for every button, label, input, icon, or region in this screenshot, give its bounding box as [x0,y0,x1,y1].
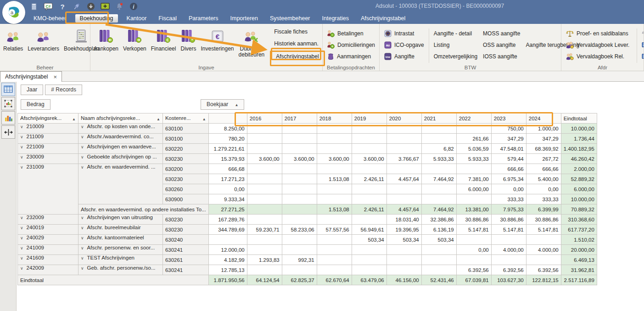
row-total-cell[interactable]: 617.737,20 [561,225,597,235]
row-total-cell[interactable]: 6.000,00 [561,184,597,194]
year-value-cell-2022[interactable] [456,194,491,204]
year-column-header-2018[interactable]: 2018 [317,113,352,124]
year-value-cell-2020[interactable] [386,144,421,154]
year-value-cell-2024[interactable]: 122.812,15 [526,275,561,285]
row-total-cell[interactable]: 1.510,02 [561,235,597,245]
year-value-cell-2017[interactable] [282,144,317,154]
ribbon-tab-integraties[interactable]: Integraties [316,14,355,23]
row-total-cell[interactable]: 1.400.182,95 [561,144,597,154]
year-value-cell-2019[interactable]: 2.426,11 [352,174,386,184]
year-value-cell-2019[interactable]: 3.600,00 [352,154,386,164]
collapse-chevron-icon[interactable]: ∨ [81,246,84,250]
year-value-cell-2021[interactable]: 503,34 [421,235,456,245]
value-cell[interactable]: 1.871.950,56 [208,275,247,285]
year-value-cell-2022[interactable] [456,255,491,265]
ribbon-tab-fiscaal[interactable]: Fiscaal [152,14,183,23]
collapse-chevron-icon[interactable]: ∨ [81,266,84,271]
value-cell[interactable]: 9.333,34 [208,194,247,204]
selection-mode-icon[interactable] [1,97,15,110]
ribbon-item-moss-aangifte[interactable]: MOSS aangifte [483,28,520,38]
year-value-cell-2023[interactable]: 333,33 [491,194,526,204]
cost-account-cell[interactable]: 630241 [162,265,208,275]
ribbon-item-aangifte[interactable]: btwAangifte [384,51,424,61]
year-value-cell-2021[interactable] [421,255,456,265]
ribbon-button-dubieuze-debiteuren[interactable]: Dubieuze debiteuren [236,26,267,62]
year-value-cell-2024[interactable] [526,235,561,245]
account-code-cell[interactable]: ∨211009 [18,134,78,144]
year-value-cell-2023[interactable]: 347,29 [491,134,526,144]
year-value-cell-2018[interactable] [317,245,352,255]
row-total-cell[interactable]: 46.260,42 [561,154,597,164]
close-icon[interactable]: × [53,74,57,80]
cost-account-cell[interactable]: 630230 [162,154,208,164]
row-total-cell[interactable]: 70.889,32 [561,204,597,215]
value-cell[interactable]: 666,68 [208,164,247,174]
year-value-cell-2020[interactable]: 4.457,64 [386,204,421,215]
year-value-cell-2024[interactable]: 5.400,00 [526,174,561,184]
year-value-cell-2022[interactable]: 67.039,81 [456,275,491,285]
value-cell[interactable]: 344.789,69 [208,225,247,235]
year-column-header-2019[interactable]: 2019 [352,113,386,124]
year-value-cell-2021[interactable]: 7.464,92 [421,174,456,184]
year-value-cell-2020[interactable] [386,245,421,255]
account-code-cell[interactable]: ∨242009 [18,265,78,275]
year-value-cell-2018[interactable] [317,164,352,174]
ribbon-item-ico-opgave[interactable]: auICO-opgave [384,40,424,50]
account-name-cell[interactable]: ∨Geb. afschr. personenw./so... [78,265,163,275]
collapse-chevron-icon[interactable]: ∨ [20,145,23,149]
ribbon-tab-boekhouding[interactable]: Boekhouding [75,14,118,23]
row-total-cell[interactable]: 6.469,13 [561,255,597,265]
collapse-chevron-icon[interactable]: ∨ [20,135,23,139]
collapse-chevron-icon[interactable]: ∨ [20,124,23,129]
value-cell[interactable]: 4.182,99 [208,255,247,265]
year-value-cell-2024[interactable]: 0,00 [526,184,561,194]
year-value-cell-2019[interactable] [352,144,386,154]
ribbon-tab-afschrijvingstabel[interactable]: Afschrijvingstabel [355,14,411,23]
ribbon-button-verkopen[interactable]: Verkopen [121,26,149,62]
info-icon[interactable]: i [129,2,138,11]
account-name-cell[interactable]: ∨Afschrijvingen van uitrusting [78,215,163,225]
pivot-grid-view-icon[interactable] [1,83,15,96]
year-value-cell-2021[interactable] [421,184,456,194]
year-value-cell-2019[interactable] [352,215,386,225]
year-value-cell-2019[interactable] [352,194,386,204]
account-code-cell[interactable]: ∨241609 [18,255,78,265]
cost-account-cell[interactable]: 630100 [162,124,208,134]
year-value-cell-2023[interactable] [491,255,526,265]
collapse-chevron-icon[interactable]: ∨ [20,246,23,250]
row-total-cell[interactable]: 2.517.116,89 [561,275,597,285]
account-name-cell[interactable]: ∨Afschr./waardevermind. co... [78,134,163,144]
year-value-cell-2018[interactable] [317,194,352,204]
year-value-cell-2022[interactable]: 5.036,59 [456,144,491,154]
collapse-chevron-icon[interactable]: ∨ [20,226,23,230]
field-chip-jaar[interactable]: Jaar [21,85,43,95]
year-value-cell-2021[interactable]: 6.136,19 [421,225,456,235]
year-value-cell-2018[interactable]: 62.670,64 [317,275,352,285]
notification-bell-icon[interactable] [115,2,124,11]
year-value-cell-2022[interactable]: 6.392,56 [456,265,491,275]
year-value-cell-2017[interactable] [282,124,317,134]
account-code-cell[interactable]: ∨240029 [18,235,78,245]
year-value-cell-2023[interactable]: 7.975,33 [491,204,526,215]
year-value-cell-2017[interactable] [282,215,317,225]
year-value-cell-2017[interactable] [282,235,317,245]
year-value-cell-2017[interactable]: 62.825,37 [282,275,317,285]
year-value-cell-2016[interactable] [247,184,282,194]
column-header-naam-afschrijvingsreke-[interactable]: Naam afschrijvingsreke...▲ [78,113,163,124]
chart-view-icon[interactable] [1,111,15,124]
year-value-cell-2023[interactable]: 47.548,01 [491,144,526,154]
account-code-cell[interactable]: ∨210009 [18,124,78,134]
row-total-cell[interactable]: 52.889,32 [561,174,597,184]
ribbon-item-ba[interactable]: Ba [642,28,644,38]
year-value-cell-2021[interactable] [421,245,456,255]
year-value-cell-2016[interactable]: 1.293,83 [247,255,282,265]
year-value-cell-2023[interactable]: 6.975,34 [491,174,526,184]
cost-account-cell[interactable]: 630220 [162,144,208,154]
value-cell[interactable]: 1.279.221,61 [208,144,247,154]
year-value-cell-2016[interactable] [247,245,282,255]
collapse-chevron-icon[interactable]: ∨ [81,165,84,170]
ribbon-button-investeringen[interactable]: €Investeringen [198,26,236,62]
ribbon-menu-item-afschrijvingstabel[interactable]: Afschrijvingstabel [273,52,321,62]
year-value-cell-2021[interactable]: 52.431,46 [421,275,456,285]
ribbon-item-vervaldagboek-lever-[interactable]: Vervaldagboek Lever. [566,40,629,50]
